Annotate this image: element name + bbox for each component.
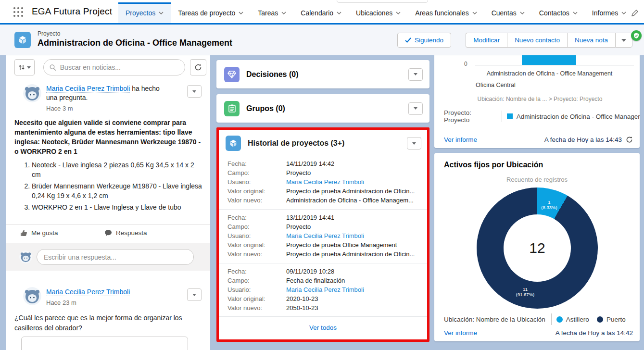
- tab-calendario[interactable]: Calendario: [293, 2, 349, 23]
- groups-clipboard-icon: [224, 101, 240, 116]
- chevron-down-icon: [27, 66, 31, 69]
- avatar[interactable]: [23, 84, 41, 102]
- tab-contactos[interactable]: Contactos: [532, 2, 585, 23]
- edit-nav-pencil-icon[interactable]: [631, 10, 638, 16]
- history-valor-original: Proyecto de prueba Administracion de Ofi…: [286, 187, 415, 196]
- card-menu-button[interactable]: [407, 137, 421, 150]
- donut-chart[interactable]: 12 1 (8.33%) 11 (91.67%): [477, 188, 598, 309]
- new-contact-button[interactable]: Nuevo contacto: [507, 33, 567, 48]
- related-card-title: Decisiones (0): [246, 70, 408, 79]
- chart-legend: Ubicación: Nombre de la Ubicación Astill…: [444, 313, 636, 325]
- slice-label: 11 (91.67%): [516, 287, 535, 297]
- post-body: ¿Cuál les parece que es la mejor forma d…: [14, 313, 195, 333]
- tab-proyectos[interactable]: Proyectos: [118, 2, 171, 23]
- new-note-button[interactable]: Nueva nota: [567, 33, 615, 48]
- feed-refresh-button[interactable]: [190, 59, 206, 75]
- record-header: Proyecto Administracion de Oficina - Off…: [0, 25, 644, 55]
- comment-input[interactable]: [21, 337, 188, 350]
- post-author-link[interactable]: Maria Cecilia Perez Trimboli: [46, 85, 130, 93]
- history-valor-original: 2020-10-23: [286, 294, 318, 303]
- follow-button[interactable]: Siguiendo: [397, 33, 451, 48]
- history-user-link[interactable]: Maria Cecilia Perez Trimboli: [286, 178, 364, 186]
- project-history-card: Historial de proyectos (3+) Fecha:14/11/…: [219, 130, 427, 339]
- view-all-link[interactable]: Ver todos: [309, 324, 337, 331]
- like-button[interactable]: Me gusta: [20, 229, 58, 237]
- tab-tareas[interactable]: Tareas: [251, 2, 293, 23]
- reply-button[interactable]: Respuesta: [104, 229, 147, 237]
- nav-tabs: Proyectos Tareas de proyecto Tareas Cale…: [118, 2, 633, 23]
- chevron-down-icon[interactable]: [573, 12, 578, 14]
- post-author-link[interactable]: Maria Cecilia Perez Trimboli: [46, 288, 130, 296]
- chart-legend: Proyecto: Proyecto Administracion de Ofi…: [444, 109, 640, 124]
- modify-button[interactable]: Modificar: [466, 33, 507, 48]
- app-launcher-icon[interactable]: [13, 6, 24, 18]
- tab-areas-funcionales[interactable]: Areas funcionales: [408, 2, 484, 23]
- legend-swatch: [556, 316, 563, 323]
- legend-item[interactable]: Astillero: [556, 316, 589, 323]
- post-menu-button[interactable]: [187, 288, 202, 301]
- reports-panel: 0 Administracion de Oficina - Office Man…: [434, 55, 640, 350]
- chevron-down-icon[interactable]: [520, 12, 525, 14]
- chevron-down-icon: [192, 90, 196, 93]
- more-actions-button[interactable]: [615, 33, 632, 48]
- view-report-link[interactable]: Ver informe: [444, 329, 477, 337]
- avatar: [19, 250, 32, 263]
- thumbs-up-icon: [20, 229, 27, 237]
- view-report-link[interactable]: Ver informe: [444, 136, 477, 143]
- axis-title: Ubicación: Nombre de la ... > Proyecto: …: [444, 96, 636, 102]
- top-navigation: EGA Futura Project Proyectos Tareas de p…: [0, 0, 644, 25]
- bar-series-rect[interactable]: [522, 55, 576, 65]
- chevron-down-icon[interactable]: [472, 12, 477, 14]
- post-header: Maria Cecilia Perez Trimboli ha hecho un…: [46, 84, 172, 113]
- card-menu-button[interactable]: [408, 68, 423, 81]
- chevron-down-icon[interactable]: [239, 12, 243, 14]
- chevron-down-icon[interactable]: [337, 12, 341, 14]
- feed-search-input[interactable]: [60, 63, 179, 71]
- post-timestamp: Hace 23 m: [46, 298, 176, 307]
- chevron-down-icon: [412, 142, 416, 145]
- history-user-link[interactable]: Maria Cecilia Perez Trimboli: [286, 286, 364, 293]
- history-fecha: 13/11/2019 14:41: [286, 213, 334, 222]
- chevron-down-icon: [414, 107, 417, 110]
- chevron-down-icon[interactable]: [281, 12, 286, 14]
- divider: [502, 111, 502, 122]
- divider: [551, 313, 552, 325]
- refresh-icon[interactable]: [626, 136, 633, 143]
- post-header: Maria Cecilia Perez Trimboli Hace 23 m: [46, 288, 176, 307]
- post-body: Necesito que alguien valide si conviene …: [14, 118, 202, 156]
- tab-ubicaciones[interactable]: Ubicaciones: [349, 2, 408, 23]
- post-timestamp: Hace 3 m: [46, 104, 172, 113]
- related-card-title: Grupos (0): [246, 104, 408, 113]
- tab-informes[interactable]: Informes: [585, 2, 633, 23]
- card-header: Historial de proyectos (3+): [219, 130, 427, 156]
- avatar[interactable]: [23, 287, 41, 305]
- chevron-down-icon[interactable]: [621, 12, 626, 14]
- post-menu-button[interactable]: [187, 85, 202, 98]
- project-cube-icon: [226, 136, 241, 151]
- page-content: Maria Cecilia Perez Trimboli ha hecho un…: [0, 55, 644, 350]
- sort-arrows-icon: [18, 64, 25, 71]
- chevron-down-icon[interactable]: [396, 12, 401, 14]
- as-of-timestamp: A fecha de Hoy a las 14:43: [544, 136, 622, 143]
- reply-input[interactable]: [37, 249, 194, 265]
- chevron-down-icon[interactable]: [159, 12, 164, 14]
- legend-swatch: [507, 113, 513, 119]
- browser-extension-shield-icon[interactable]: [631, 30, 642, 41]
- legend-swatch: [597, 316, 603, 323]
- history-campo: Proyecto: [286, 222, 311, 231]
- tab-tareas-de-proyecto[interactable]: Tareas de proyecto: [171, 2, 251, 23]
- history-valor-original: Proyecto de prueba Office Management: [286, 240, 397, 250]
- check-icon: [405, 38, 411, 43]
- refresh-icon: [194, 63, 202, 71]
- feed-sort-button[interactable]: [14, 59, 35, 75]
- tab-cuentas[interactable]: Cuentas: [484, 2, 532, 23]
- legend-item[interactable]: Puerto: [597, 316, 626, 323]
- record-entity-label: Proyecto: [38, 30, 60, 37]
- history-user-link[interactable]: Maria Cecilia Perez Trimboli: [286, 232, 364, 239]
- bar-chart-card: 0 Administracion de Oficina - Office Man…: [434, 55, 640, 148]
- history-valor-nuevo: 2050-10-23: [286, 303, 318, 312]
- divider: [6, 225, 210, 225]
- as-of-timestamp: A fecha de Hoy a las 14:42: [556, 329, 633, 337]
- card-menu-button[interactable]: [408, 102, 423, 115]
- record-action-buttons: Modificar Nuevo contacto Nueva nota: [466, 33, 632, 48]
